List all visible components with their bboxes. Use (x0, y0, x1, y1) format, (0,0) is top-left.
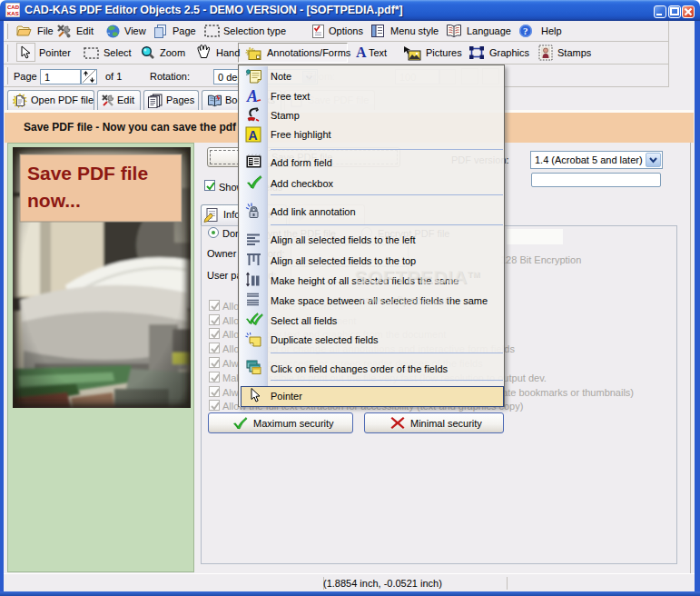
svg-text:KAS: KAS (7, 11, 19, 16)
svg-text:A: A (249, 128, 258, 143)
svg-text:now...: now... (27, 190, 81, 211)
svg-text:CAD: CAD (7, 5, 20, 10)
svg-text:A: A (246, 87, 258, 105)
svg-text:Save PDF file: Save PDF file (27, 163, 148, 184)
svg-text:?: ? (523, 25, 528, 36)
